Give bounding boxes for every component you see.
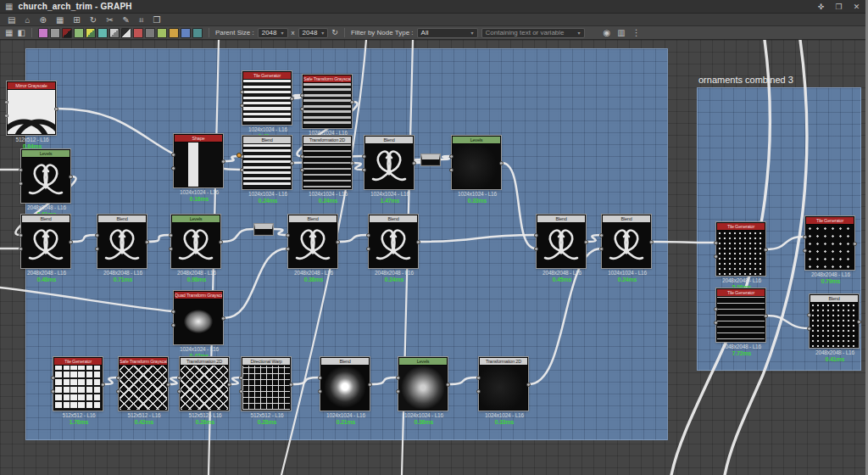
node-tg2[interactable]: Tile Generator 512x512 - L16 1.76ms xyxy=(53,357,103,411)
blend-node-icon[interactable] xyxy=(74,28,84,38)
edit-tool-icon[interactable]: ✎ xyxy=(123,14,130,25)
input-port[interactable] xyxy=(803,235,807,239)
output-port[interactable] xyxy=(219,240,223,244)
input-port[interactable] xyxy=(807,327,811,331)
input-port[interactable] xyxy=(51,376,55,380)
uniform-color-node-icon[interactable] xyxy=(62,28,72,38)
output-port[interactable] xyxy=(368,383,372,387)
input-port[interactable] xyxy=(362,154,366,159)
input-port[interactable] xyxy=(300,107,304,111)
pixel-processor-node-icon[interactable] xyxy=(169,28,179,38)
input-port[interactable] xyxy=(239,376,243,380)
graph-canvas[interactable]: ornaments combined 3 Mirror Grayscale 51… xyxy=(0,40,868,475)
output-port[interactable] xyxy=(69,175,73,179)
node-st2[interactable]: Safe Transform Grayscale 512x512 - L16 0… xyxy=(119,357,168,411)
output-port[interactable] xyxy=(145,240,149,244)
output-port[interactable] xyxy=(227,383,231,387)
input-port[interactable] xyxy=(714,321,718,325)
distance-node-icon[interactable] xyxy=(192,28,203,38)
input-port[interactable] xyxy=(300,154,304,159)
gradient-map-node-icon[interactable] xyxy=(121,28,131,38)
output-port[interactable] xyxy=(336,240,340,244)
output-port[interactable] xyxy=(289,383,293,387)
input-port[interactable] xyxy=(19,168,23,172)
input-port[interactable] xyxy=(476,389,481,394)
input-port[interactable] xyxy=(177,389,181,394)
input-port[interactable] xyxy=(171,166,175,170)
input-port[interactable] xyxy=(318,389,322,394)
node-b1[interactable]: Blend 2048x2048 - L16 0.48ms xyxy=(21,215,70,268)
input-port[interactable] xyxy=(714,254,718,259)
input-port[interactable] xyxy=(362,168,366,172)
output-port[interactable] xyxy=(446,383,450,387)
value-processor-node-icon[interactable] xyxy=(181,28,191,38)
input-port[interactable] xyxy=(116,389,120,394)
input-port[interactable] xyxy=(240,90,244,94)
input-port[interactable] xyxy=(240,103,244,108)
resources-view-icon[interactable]: ▤ xyxy=(8,14,15,25)
node-qt[interactable]: Quad Transform Grayscale 1024x1024 - L16… xyxy=(174,291,223,344)
input-port[interactable] xyxy=(286,247,290,251)
output-port[interactable] xyxy=(166,383,170,387)
output-port[interactable] xyxy=(221,316,225,321)
levels-node-icon[interactable] xyxy=(86,28,96,38)
input-port[interactable] xyxy=(807,313,811,317)
parent-size-height-select[interactable]: 2048 ▾ xyxy=(298,28,329,38)
fit-graph-icon[interactable]: ⌂ xyxy=(25,14,30,25)
output-port[interactable] xyxy=(221,159,225,164)
node-b9[interactable]: Blend 1024x1024 - L16 0.21ms xyxy=(320,357,370,411)
node-sh[interactable]: Shape 1024x1024 - L16 0.16ms xyxy=(174,134,223,187)
output-port[interactable] xyxy=(499,161,504,165)
input-port[interactable] xyxy=(599,233,604,238)
srgb-linear-node-icon[interactable] xyxy=(133,28,143,38)
curve-node-icon[interactable] xyxy=(97,28,108,38)
dot-node-d2[interactable] xyxy=(254,224,273,235)
svg-node-icon[interactable] xyxy=(50,28,60,38)
input-port[interactable] xyxy=(366,233,370,238)
transform-node-icon[interactable] xyxy=(157,28,167,38)
node-b4[interactable]: Blend 1024x1024 - L16 1.47ms xyxy=(364,136,414,189)
output-port[interactable] xyxy=(853,242,857,246)
output-port[interactable] xyxy=(350,161,354,165)
node-lv4[interactable]: Levels 1024x1024 - L16 0.36ms xyxy=(398,357,448,411)
output-port[interactable] xyxy=(764,314,768,318)
restore-icon[interactable]: ❐ xyxy=(832,1,845,13)
input-port[interactable] xyxy=(476,376,481,380)
input-port[interactable] xyxy=(95,233,99,238)
input-port[interactable] xyxy=(171,310,175,314)
input-port[interactable] xyxy=(169,233,173,238)
frame-tool-icon[interactable]: ❐ xyxy=(153,14,161,25)
thumbnail-mode-icon[interactable]: ▦ xyxy=(5,27,13,38)
node-rb[interactable]: Blend 2048x2048 - L16 0.41ms xyxy=(810,294,859,348)
node-b3[interactable]: Blend 1024x1024 - L16 0.24ms xyxy=(242,136,292,189)
dock-view-icon[interactable]: ▥ xyxy=(617,27,625,38)
node-t2a[interactable]: Transformation 2D 1024x1024 - L16 0.24ms xyxy=(303,136,352,189)
output-port[interactable] xyxy=(764,248,768,252)
bitmap-node-icon[interactable] xyxy=(38,28,48,38)
output-port[interactable] xyxy=(54,107,58,111)
node-b7[interactable]: Blend 2048x2048 - L16 0.45ms xyxy=(537,215,586,268)
node-t2b[interactable]: Transformation 2D 512x512 - L16 0.26ms xyxy=(180,357,229,411)
input-port[interactable] xyxy=(4,114,8,118)
input-port[interactable] xyxy=(169,247,173,251)
output-port[interactable] xyxy=(416,240,420,244)
input-port[interactable] xyxy=(366,247,370,251)
input-port[interactable] xyxy=(19,247,23,251)
text-node-icon[interactable] xyxy=(145,28,155,38)
output-port[interactable] xyxy=(412,161,416,165)
node-rtg1[interactable]: Tile Generator 2048x2048 - L16 5.06ms xyxy=(716,222,765,276)
input-port[interactable] xyxy=(177,376,181,380)
focus-selection-icon[interactable]: ⊕ xyxy=(40,14,47,25)
thumbnails-display-icon[interactable]: ▦ xyxy=(56,14,64,25)
grid-display-icon[interactable]: ⊞ xyxy=(73,14,80,25)
link-display-icon[interactable]: ◉ xyxy=(604,27,611,38)
input-port[interactable] xyxy=(286,233,290,238)
node-lv2[interactable]: Levels 2048x2048 - L16 0.98ms xyxy=(171,215,220,268)
more-options-icon[interactable]: ⋮ xyxy=(632,27,641,38)
output-port[interactable] xyxy=(290,161,294,165)
close-icon[interactable]: ✕ xyxy=(850,1,863,13)
output-port[interactable] xyxy=(69,240,73,244)
search-input[interactable]: Containing text or variable ▾ xyxy=(481,28,585,38)
dot-node-d1[interactable] xyxy=(421,154,440,165)
input-port[interactable] xyxy=(51,389,55,394)
